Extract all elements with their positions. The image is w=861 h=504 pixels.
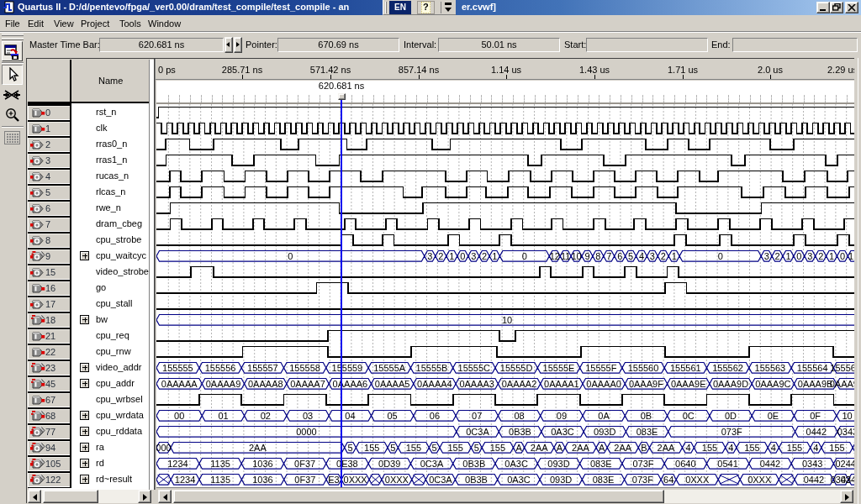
- svg-text:0F: 0F: [810, 411, 821, 421]
- svg-text:A: A: [515, 443, 522, 453]
- svg-text:0AAAA2: 0AAAA2: [502, 379, 537, 389]
- svg-text:073F: 073F: [721, 427, 742, 437]
- svg-text:155: 155: [744, 443, 759, 453]
- svg-text:0: 0: [460, 251, 465, 261]
- svg-text:0A3C: 0A3C: [504, 459, 528, 469]
- svg-text:155560: 155560: [628, 363, 659, 373]
- svg-text:10: 10: [571, 251, 581, 261]
- svg-text:155558: 155558: [289, 363, 320, 373]
- svg-text:15555B: 15555B: [416, 363, 448, 373]
- svg-text:0AAAA8: 0AAAA8: [248, 379, 283, 389]
- svg-text:155: 155: [364, 443, 379, 453]
- svg-text:155: 155: [829, 443, 844, 453]
- svg-text:2: 2: [438, 251, 443, 261]
- svg-text:2AA: 2AA: [658, 443, 675, 453]
- svg-text:155555: 155555: [162, 363, 193, 373]
- svg-text:5: 5: [628, 251, 633, 261]
- svg-text:155564: 155564: [797, 363, 828, 373]
- svg-text:3: 3: [427, 251, 432, 261]
- svg-text:0XXX: 0XXX: [747, 475, 772, 485]
- svg-text:0442: 0442: [760, 459, 780, 469]
- svg-text:155556: 155556: [205, 363, 236, 373]
- svg-text:155: 155: [406, 443, 421, 453]
- svg-text:15555D: 15555D: [500, 363, 533, 373]
- svg-text:0541: 0541: [717, 459, 737, 469]
- svg-text:08: 08: [514, 411, 524, 421]
- svg-text:2: 2: [482, 251, 487, 261]
- svg-text:1036: 1036: [252, 475, 272, 485]
- svg-text:093D: 093D: [547, 459, 569, 469]
- svg-text:0B3B: 0B3B: [509, 427, 531, 437]
- svg-text:1135: 1135: [210, 475, 230, 485]
- svg-text:0AAA9B: 0AAA9B: [798, 379, 833, 389]
- svg-text:4: 4: [813, 443, 818, 453]
- svg-text:15555C: 15555C: [458, 363, 491, 373]
- svg-text:093D: 093D: [594, 427, 615, 437]
- svg-text:0E: 0E: [768, 411, 779, 421]
- svg-text:0XXX: 0XXX: [344, 475, 368, 485]
- svg-text:04: 04: [345, 411, 355, 421]
- svg-text:6: 6: [617, 251, 622, 261]
- svg-text:0AAAA0: 0AAAA0: [586, 379, 621, 389]
- svg-text:0AAAA1: 0AAAA1: [544, 379, 579, 389]
- svg-text:07: 07: [472, 411, 482, 421]
- svg-text:15555A: 15555A: [373, 363, 406, 373]
- svg-text:03: 03: [303, 411, 313, 421]
- svg-text:155: 155: [787, 443, 802, 453]
- svg-text:155561: 155561: [670, 363, 701, 373]
- svg-text:1: 1: [492, 251, 497, 261]
- svg-text:155: 155: [447, 443, 462, 453]
- svg-text:2: 2: [774, 251, 779, 261]
- svg-text:0F37: 0F37: [294, 459, 315, 469]
- svg-text:093D: 093D: [550, 475, 572, 485]
- svg-text:09: 09: [557, 411, 567, 421]
- svg-text:1: 1: [829, 251, 834, 261]
- svg-text:5: 5: [474, 443, 479, 453]
- svg-text:4: 4: [728, 443, 733, 453]
- svg-text:2: 2: [818, 251, 823, 261]
- svg-text:E3: E3: [328, 475, 339, 485]
- svg-text:0C3A: 0C3A: [466, 427, 489, 437]
- svg-text:155565: 155565: [830, 363, 854, 373]
- svg-text:4: 4: [685, 443, 690, 453]
- svg-text:155559: 155559: [332, 363, 363, 373]
- svg-text:A: A: [557, 443, 563, 453]
- svg-text:5: 5: [432, 443, 437, 453]
- svg-text:0E38: 0E38: [336, 459, 358, 469]
- svg-text:05: 05: [387, 411, 397, 421]
- svg-text:06: 06: [430, 411, 440, 421]
- svg-text:3: 3: [471, 251, 476, 261]
- svg-text:0C: 0C: [683, 411, 695, 421]
- svg-text:3: 3: [650, 251, 655, 261]
- svg-text:0AAAA9: 0AAAA9: [206, 379, 241, 389]
- svg-text:10: 10: [842, 411, 852, 421]
- svg-text:15555F: 15555F: [585, 363, 617, 373]
- svg-text:4: 4: [771, 443, 776, 453]
- svg-text:0B3B: 0B3B: [465, 475, 488, 485]
- svg-text:0A3C: 0A3C: [551, 427, 574, 437]
- svg-text:0F37: 0F37: [294, 475, 315, 485]
- svg-text:0640: 0640: [675, 459, 695, 469]
- svg-text:02: 02: [261, 411, 271, 421]
- svg-text:1: 1: [449, 251, 454, 261]
- svg-text:3: 3: [764, 251, 769, 261]
- svg-text:0D: 0D: [725, 411, 737, 421]
- svg-text:0: 0: [718, 251, 723, 261]
- svg-text:0AAAA4: 0AAAA4: [417, 379, 452, 389]
- svg-text:B: B: [641, 443, 647, 453]
- svg-text:0D39: 0D39: [378, 459, 400, 469]
- svg-text:155562: 155562: [712, 363, 743, 373]
- svg-text:0B: 0B: [641, 411, 652, 421]
- svg-text:1: 1: [672, 251, 677, 261]
- svg-text:0442: 0442: [804, 475, 824, 485]
- svg-text:083E: 083E: [593, 475, 615, 485]
- svg-text:0XXX: 0XXX: [685, 475, 710, 485]
- svg-text:155563: 155563: [755, 363, 786, 373]
- svg-text:155: 155: [490, 443, 505, 453]
- svg-text:2AA: 2AA: [614, 443, 631, 453]
- svg-text:0A3C: 0A3C: [507, 475, 531, 485]
- svg-text:1135: 1135: [210, 459, 230, 469]
- svg-text:0AAA9D: 0AAA9D: [713, 379, 748, 389]
- svg-text:0AAAA7: 0AAAA7: [290, 379, 325, 389]
- svg-text:4: 4: [639, 251, 644, 261]
